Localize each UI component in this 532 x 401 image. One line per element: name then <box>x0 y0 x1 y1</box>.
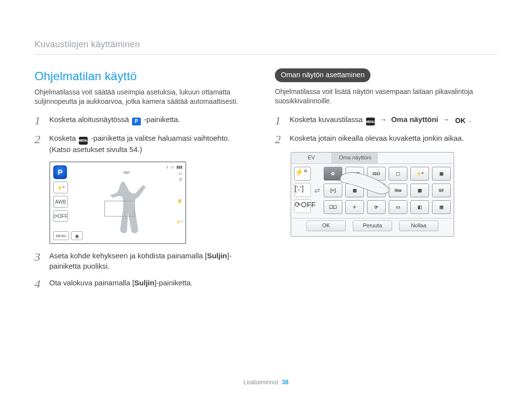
grid-icon: SF <box>432 184 451 197</box>
step-text: -painiketta. <box>144 115 180 123</box>
grid-icon: ▣ <box>432 167 451 181</box>
step-text: Kosketa kuvaustilassa <box>290 115 365 123</box>
shutter-label: Suljin <box>207 251 227 260</box>
step-4: Ota valokuva painamalla [Suljin]-painike… <box>34 278 246 290</box>
battery-icon: ▮▮▮ <box>176 165 182 169</box>
footer-section: Lisätoiminnot <box>243 379 278 386</box>
step-text: Aseta kohde kehykseen ja kohdista painam… <box>49 251 207 260</box>
grid-icon: I6м <box>389 184 407 197</box>
grid-icon: ▩ <box>410 184 429 197</box>
lcd-bottom-buttons: MENU ◉ <box>53 231 83 240</box>
step-3: Aseta kohde kehykseen ja kohdista painam… <box>34 251 246 271</box>
dock-slot: ⟳OFF <box>294 199 311 213</box>
menu-icon: MENU <box>366 118 375 125</box>
dock-slot: ⚡ᴬ <box>294 167 311 181</box>
page-footer: Lisätoiminnot 38 <box>0 378 532 386</box>
panel-tabs: EV Oma näyttöni <box>291 153 454 164</box>
panel-footer: OK Peruuta Nollaa <box>291 218 454 236</box>
p-mode-icon: P <box>132 118 141 125</box>
grid-icon: ✿ <box>324 167 342 181</box>
step-text: ]-painiketta. <box>154 278 193 287</box>
step-text: Kosketa aloitusnäytössä <box>49 115 131 123</box>
step-2: Kosketa MENU -painiketta ja valitse halu… <box>34 133 246 154</box>
p-mode-button: P <box>53 165 67 179</box>
grid-icon: ✲ <box>367 184 386 197</box>
focus-box <box>104 201 135 216</box>
step-2: Kosketa jotain oikealla olevaa kuvaketta… <box>275 133 487 145</box>
tab-myscreen: Oma näyttöni <box>332 153 378 163</box>
indicator-icon: ⚡ᴬ <box>176 220 182 224</box>
step-1: Kosketa aloitusnäytössä P -painiketta. <box>34 115 246 126</box>
section-title: Ohjelmatilan käyttö <box>34 68 246 84</box>
timer-off-button: ⟳OFF <box>53 210 68 222</box>
menu-button: MENU <box>53 231 69 240</box>
dock-column: ⚡ᴬ [∵] ⟳OFF <box>294 167 311 215</box>
grid-icon: ▦ <box>345 184 364 197</box>
grid-icon: AWB <box>345 167 364 181</box>
ok-button: OK <box>306 220 346 231</box>
ok-icon: OK <box>455 117 466 124</box>
step-1: Kosketa kuvaustilassa MENU → Oma näyttön… <box>275 115 487 126</box>
left-column: Ohjelmatilan käyttö Ohjelmatilassa voit … <box>34 68 246 297</box>
grid-icon: ⬚ <box>389 167 407 181</box>
indicator-icon: ✋ <box>177 199 182 203</box>
menu-icon: MENU <box>79 137 88 145</box>
indicator-icon: ☰ <box>179 178 182 182</box>
grid-icon: ▭ <box>389 200 407 214</box>
icon-grid: ✿ AWB ISO ⬚ ⚡ᴬ ▣ [+] ▦ ✲ I6м ▩ SF <box>324 167 451 214</box>
subsection-pill: Oman näytön asettaminen <box>275 68 370 82</box>
manual-page: Kuvaustilojen käyttäminen Ohjelmatilan k… <box>0 0 532 401</box>
grid-icon: ISO <box>367 167 386 181</box>
camera-lcd-illustration: P ⚡ᴬ AWB ⟳OFF 1 ▭ ▮▮▮ ▭ ☰ <box>49 161 186 244</box>
grid-icon: ✧ <box>345 200 364 214</box>
storage-icon: ▭ <box>170 165 174 169</box>
step-text: Kosketa <box>49 134 78 142</box>
grid-icon: ⚡ᴬ <box>410 167 429 181</box>
page-number: 38 <box>282 379 288 386</box>
custom-screen-panel: EV Oma näyttöni ⚡ᴬ [∵] ⟳OFF ⇄ ✿ AWB IS <box>291 152 454 237</box>
counter-label: 1 <box>166 165 168 169</box>
grid-icon: ⟳ <box>367 200 386 214</box>
lcd-left-buttons: P ⚡ᴬ AWB ⟳OFF <box>53 165 69 222</box>
reset-button: Nollaa <box>399 220 438 231</box>
grid-icon: ◧ <box>410 200 429 214</box>
shutter-label: Suljin <box>134 278 155 287</box>
breadcrumb: Kuvaustilojen käyttäminen <box>34 38 498 50</box>
tab-ev: EV <box>291 153 332 163</box>
dock-slot: [∵] <box>294 183 311 197</box>
lcd-right-labels: 1 ▭ ▮▮▮ ▭ ☰ ✋ ⚡ᴬ <box>166 165 182 224</box>
lead-paragraph: Ohjelmatilassa voit säätää useimpia aset… <box>34 88 246 106</box>
divider <box>34 54 498 55</box>
grid-icon: ▤ <box>432 200 451 214</box>
menu-path-label: Oma näyttöni <box>391 115 440 123</box>
grid-icon: ☐☐ <box>324 200 342 214</box>
step-text: Ota valokuva painamalla [ <box>49 278 134 287</box>
right-column: Oman näytön asettaminen Ohjelmatilassa v… <box>275 68 487 297</box>
drag-arrow-icon: ⇄ <box>314 167 321 215</box>
indicator-icon: ▭ <box>178 172 182 176</box>
grid-icon: [+] <box>324 184 342 197</box>
flash-auto-button: ⚡ᴬ <box>53 182 68 193</box>
awb-button: AWB <box>53 196 68 208</box>
cancel-button: Peruuta <box>353 220 392 231</box>
step-text: Kosketa jotain oikealla olevaa kuvaketta… <box>290 133 487 143</box>
display-button: ◉ <box>71 231 83 240</box>
step-text: . <box>469 115 471 123</box>
arrow-icon: → <box>440 115 452 123</box>
arrow-icon: → <box>378 115 389 123</box>
lead-paragraph: Ohjelmatilassa voit lisätä näytön vasemp… <box>275 87 487 106</box>
